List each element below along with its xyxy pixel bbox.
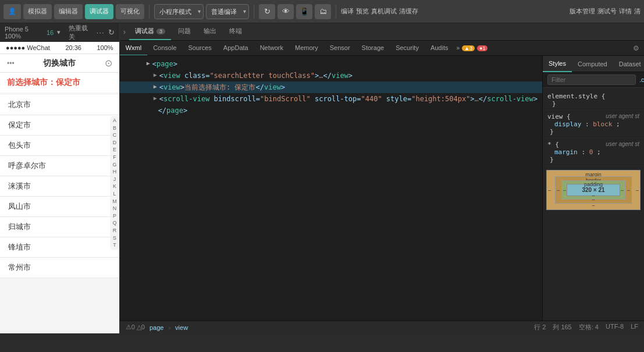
tab-styles[interactable]: Styles — [543, 56, 572, 72]
alpha-F[interactable]: F — [112, 154, 118, 161]
list-item[interactable]: 北京市 — [0, 95, 119, 115]
more-icon[interactable]: » — [456, 45, 460, 51]
css-prop-margin: margin : 0 ; — [547, 148, 639, 156]
alpha-Q[interactable]: Q — [111, 219, 118, 227]
tab-security[interactable]: Security — [390, 41, 425, 56]
target-icon[interactable]: ⊙ — [105, 58, 112, 69]
filter-input[interactable] — [547, 74, 636, 85]
toolbar-divider-3 — [336, 5, 336, 19]
expand-arrow-1[interactable]: ▶ — [147, 59, 150, 67]
tab-computed[interactable]: Computed — [572, 56, 613, 72]
expand-arrow-4[interactable]: ▶ — [154, 94, 157, 102]
tab-appdata[interactable]: AppData — [218, 41, 254, 56]
tab-storage[interactable]: Storage — [356, 41, 390, 56]
dots-menu-icon[interactable]: ••• — [7, 59, 15, 67]
alpha-T[interactable]: T — [112, 241, 118, 249]
alpha-K[interactable]: K — [112, 183, 118, 190]
tab-sensor[interactable]: Sensor — [324, 41, 356, 56]
breadcrumb-page[interactable]: page — [150, 324, 163, 331]
preview-btn[interactable]: 👁 — [277, 4, 294, 19]
alpha-L[interactable]: L — [112, 190, 117, 198]
settings-icon[interactable]: ⚙ — [628, 44, 644, 52]
alpha-P[interactable]: P — [112, 212, 118, 220]
alpha-B[interactable]: B — [112, 125, 118, 132]
clear-cache-btn[interactable]: 🗂 — [315, 4, 331, 19]
zoom-dropdown[interactable]: ▾ — [57, 29, 61, 36]
expand-arrow-3[interactable]: ▶ — [154, 82, 157, 91]
css-rules: element.style { } view { user agent st d… — [543, 88, 644, 321]
tab-output[interactable]: 输出 — [198, 24, 222, 40]
css-source-view: user agent st — [606, 113, 639, 120]
expand-arrow-2[interactable]: ▶ — [154, 70, 157, 79]
nav-left-icons: ••• — [7, 59, 15, 67]
tab-issues[interactable]: 问题 — [172, 24, 197, 40]
tab-wxml[interactable]: Wxml — [120, 41, 148, 56]
hot-close-label[interactable]: 热重载 关 — [69, 24, 93, 41]
breadcrumb-view[interactable]: view — [175, 324, 188, 331]
tab-terminal[interactable]: 终端 — [223, 24, 248, 40]
devtools-left-arrow[interactable]: › — [123, 27, 126, 36]
list-item[interactable]: 保定市 — [0, 115, 119, 136]
css-rule-star: * { user agent st margin : 0 ; } — [543, 138, 644, 166]
avatar-btn[interactable]: 👤 — [3, 4, 21, 19]
list-item[interactable]: 常州市 — [0, 258, 119, 278]
padding-left-val: – — [563, 187, 566, 193]
tab-network[interactable]: Network — [254, 41, 289, 56]
visualize-btn[interactable]: 可视化 — [116, 4, 144, 19]
alpha-N[interactable]: N — [112, 205, 118, 212]
margin-left-val: – — [548, 187, 551, 193]
detail-btn[interactable]: 详情 — [619, 7, 632, 16]
alpha-A[interactable]: A — [112, 117, 118, 125]
phone-model-label: Phone 5 100% — [5, 26, 42, 40]
alpha-C[interactable]: C — [112, 131, 118, 139]
list-item[interactable]: 凤山市 — [0, 197, 119, 217]
toolbar-right: 版本管理 测试号 详情 清 — [570, 7, 641, 16]
list-item[interactable]: 呼彦卓尔市 — [0, 156, 119, 176]
selected-city: 前选择城市：保定市 — [0, 73, 119, 93]
warn-count-badge: ▲3 — [462, 45, 475, 51]
alphabet-bar[interactable]: A B C D E F G H J K L M N P Q R S — [110, 116, 119, 250]
alpha-D[interactable]: D — [112, 139, 118, 147]
list-item[interactable]: 涞溪市 — [0, 176, 119, 197]
css-rule-view: view { user agent st display : block ; } — [543, 111, 644, 138]
real-debug-label: 真机调试 — [371, 7, 397, 16]
alpha-E[interactable]: E — [112, 146, 118, 154]
city-list[interactable]: 北京市 保定市 包头市 呼彦卓尔市 涞溪市 凤山市 归城市 锋埴市 常州市 — [0, 93, 119, 284]
code-line-4: ▶ <scroll-view bindscroll="bindScroll" s… — [120, 93, 542, 105]
simulator-btn[interactable]: 模拟器 — [23, 4, 52, 19]
real-debug-btn[interactable]: 📱 — [296, 4, 312, 19]
tab-audits[interactable]: Audits — [425, 41, 454, 56]
version-mgr-btn[interactable]: 版本管理 — [570, 7, 595, 16]
upload-btn[interactable]: 清 — [634, 7, 641, 16]
alpha-H[interactable]: H — [112, 168, 118, 176]
alpha-R[interactable]: R — [112, 227, 118, 234]
alpha-J[interactable]: J — [112, 176, 118, 183]
refresh-btn[interactable]: ↻ — [259, 4, 275, 19]
tab-sources[interactable]: Sources — [183, 41, 218, 56]
tab-badges: » ▲3 ●1 — [456, 45, 488, 51]
tab-dataset[interactable]: Dataset — [613, 56, 644, 72]
code-panel[interactable]: ▶ <page> ▶ <view class="searchLetter tou… — [120, 56, 542, 321]
alpha-S[interactable]: S — [112, 234, 118, 242]
list-item[interactable]: 包头市 — [0, 136, 119, 156]
top-toolbar: 👤 模拟器 编辑器 调试器 可视化 小程序模式 普通编译 ↻ 👁 📱 🗂 编译 … — [0, 0, 644, 23]
compile-select[interactable]: 普通编译 — [206, 4, 249, 19]
tab-debugger[interactable]: 调试器 3 — [129, 24, 171, 40]
list-item[interactable]: 归城市 — [0, 217, 119, 237]
tab-memory[interactable]: Memory — [289, 41, 324, 56]
debugger-btn[interactable]: 调试器 — [85, 4, 113, 19]
filter-cls-btn[interactable]: .cls — [639, 76, 644, 83]
test-btn[interactable]: 测试号 — [597, 7, 617, 16]
alpha-G[interactable]: G — [111, 161, 118, 169]
alpha-M[interactable]: M — [111, 198, 118, 205]
refresh-phone-btn[interactable]: ↻ — [108, 28, 115, 37]
list-item[interactable]: 锋埴市 — [0, 237, 119, 258]
zoom-icon: 16 — [47, 29, 54, 36]
code-line-3[interactable]: ▶ <view > 当前选择城市: 保定市 </view > — [120, 81, 542, 93]
inner-tabs-bar: Wxml Console Sources AppData Network Mem… — [120, 41, 644, 56]
editor-btn[interactable]: 编辑器 — [54, 4, 83, 19]
dots-btn[interactable]: ··· — [97, 28, 105, 37]
tab-console[interactable]: Console — [147, 41, 182, 56]
refresh-icon: ↻ — [264, 7, 271, 16]
mode-select[interactable]: 小程序模式 — [154, 4, 204, 19]
